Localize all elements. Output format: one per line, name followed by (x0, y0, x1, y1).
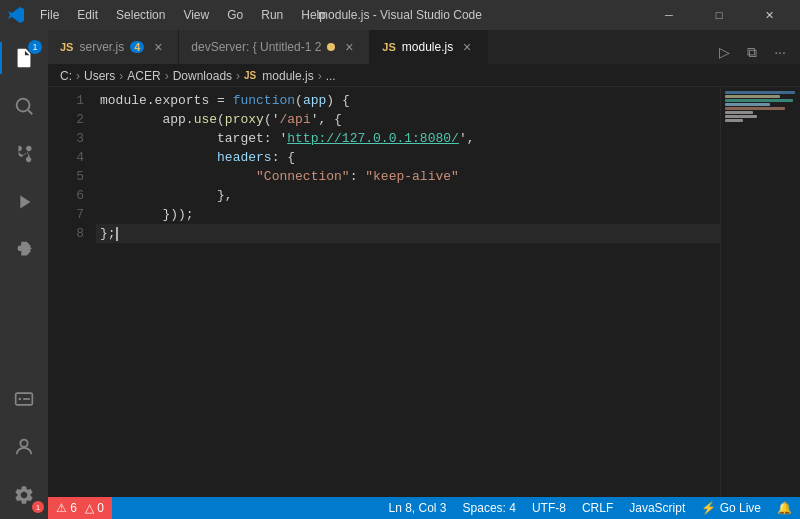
menu-file[interactable]: File (32, 6, 67, 24)
status-encoding[interactable]: UTF-8 (524, 497, 574, 519)
svg-point-3 (19, 398, 22, 401)
settings-icon (13, 484, 35, 506)
title-bar-title: module.js - Visual Studio Code (318, 8, 482, 22)
tab-bar: JS server.js 4 × devServer: { Untitled-1… (48, 30, 800, 65)
breadcrumb-c[interactable]: C: (60, 69, 72, 83)
tab-module-js[interactable]: JS module.js × (370, 30, 488, 64)
status-warnings-errors[interactable]: ⚠ 6 △ 0 (48, 497, 112, 519)
maximize-button[interactable]: □ (696, 0, 742, 30)
menu-selection[interactable]: Selection (108, 6, 173, 24)
minimap-line-3 (725, 99, 793, 102)
menu-edit[interactable]: Edit (69, 6, 106, 24)
code-line-8: }; (96, 224, 720, 243)
title-bar-left: File Edit Selection View Go Run Help (8, 6, 334, 24)
status-bar: ⚠ 6 △ 0 Ln 8, Col 3 Spaces: 4 UTF-8 CRLF… (48, 497, 800, 519)
search-icon (13, 95, 35, 117)
breadcrumb-acer[interactable]: ACER (127, 69, 160, 83)
minimap-line-5 (725, 107, 785, 110)
code-content[interactable]: module.exports = function(app) { app.use… (96, 87, 720, 497)
breadcrumb-downloads[interactable]: Downloads (173, 69, 232, 83)
activity-run-debug[interactable] (0, 178, 48, 226)
title-bar: File Edit Selection View Go Run Help mod… (0, 0, 800, 30)
breadcrumb-sep-4: › (236, 69, 240, 83)
tab-server-js-icon: JS (60, 41, 73, 53)
vscode-icon (8, 7, 24, 23)
activity-extensions[interactable] (0, 226, 48, 274)
code-line-1: module.exports = function(app) { (96, 91, 720, 110)
svg-line-1 (28, 110, 32, 114)
tab-devserver-label: devServer: { Untitled-1 2 (191, 40, 321, 54)
code-line-5: "Connection": "keep-alive" (96, 167, 720, 186)
status-line-ending[interactable]: CRLF (574, 497, 621, 519)
activity-remote[interactable] (0, 375, 48, 423)
go-live-button[interactable]: ⚡ Go Live (693, 497, 769, 519)
activity-bar-bottom: 1 (0, 375, 48, 519)
code-line-3: target: 'http://127.0.0.1:8080/', (96, 129, 720, 148)
breadcrumb-sep-3: › (165, 69, 169, 83)
settings-badge: 1 (32, 501, 44, 513)
text-cursor (116, 227, 118, 241)
tab-module-js-close[interactable]: × (459, 39, 475, 55)
activity-bar: 1 (0, 30, 48, 519)
minimap-line-1 (725, 91, 795, 94)
minimap-line-6 (725, 111, 753, 114)
breadcrumb-users[interactable]: Users (84, 69, 115, 83)
status-right: Ln 8, Col 3 Spaces: 4 UTF-8 CRLF JavaScr… (381, 497, 801, 519)
app-container: 1 (0, 30, 800, 519)
activity-explorer[interactable]: 1 (0, 34, 48, 82)
code-line-4: headers: { (96, 148, 720, 167)
breadcrumb-module-js[interactable]: module.js (262, 69, 313, 83)
status-warnings: ⚠ 6 (56, 501, 77, 515)
accounts-icon (13, 436, 35, 458)
tab-devserver-dirty-dot (327, 43, 335, 51)
activity-source-control[interactable] (0, 130, 48, 178)
status-language[interactable]: JavaScript (621, 497, 693, 519)
tab-module-js-label: module.js (402, 40, 453, 54)
explorer-badge: 1 (28, 40, 42, 54)
activity-accounts[interactable] (0, 423, 48, 471)
menu-run[interactable]: Run (253, 6, 291, 24)
breadcrumb-js-icon: JS (244, 70, 256, 81)
breadcrumb-sep-5: › (318, 69, 322, 83)
minimap (720, 87, 800, 497)
tab-bar-actions: ▷ ⧉ ··· (704, 40, 800, 64)
tab-server-js[interactable]: JS server.js 4 × (48, 30, 179, 64)
status-notifications[interactable]: 🔔 (769, 497, 800, 519)
minimize-button[interactable]: ─ (646, 0, 692, 30)
minimap-line-2 (725, 95, 780, 98)
breadcrumb-ellipsis[interactable]: ... (326, 69, 336, 83)
code-line-7: })); (96, 205, 720, 224)
minimap-content (721, 87, 800, 127)
activity-settings[interactable]: 1 (0, 471, 48, 519)
more-actions-button[interactable]: ··· (768, 40, 792, 64)
run-debug-icon (13, 191, 35, 213)
breadcrumb: C: › Users › ACER › Downloads › JS modul… (48, 65, 800, 87)
tab-devserver[interactable]: devServer: { Untitled-1 2 × (179, 30, 370, 64)
split-editor-button[interactable]: ⧉ (740, 40, 764, 64)
breadcrumb-sep-2: › (119, 69, 123, 83)
remote-icon (14, 389, 34, 409)
extensions-icon (13, 239, 35, 261)
tab-devserver-close[interactable]: × (341, 39, 357, 55)
svg-point-5 (20, 440, 27, 447)
menu-view[interactable]: View (175, 6, 217, 24)
minimap-line-7 (725, 115, 757, 118)
code-line-6: }, (96, 186, 720, 205)
breadcrumb-sep-1: › (76, 69, 80, 83)
code-editor[interactable]: 1 2 3 4 5 6 7 8 module.exports = functio… (48, 87, 800, 497)
status-errors: △ 0 (85, 501, 104, 515)
tab-server-js-close[interactable]: × (150, 39, 166, 55)
title-bar-menu: File Edit Selection View Go Run Help (32, 6, 334, 24)
run-button[interactable]: ▷ (712, 40, 736, 64)
minimap-line-4 (725, 103, 770, 106)
tab-server-js-label: server.js (79, 40, 124, 54)
line-numbers: 1 2 3 4 5 6 7 8 (48, 87, 96, 497)
activity-search[interactable] (0, 82, 48, 130)
status-left: ⚠ 6 △ 0 (48, 497, 112, 519)
status-line-col[interactable]: Ln 8, Col 3 (381, 497, 455, 519)
status-spaces[interactable]: Spaces: 4 (455, 497, 524, 519)
code-line-2: app.use(proxy('/api', { (96, 110, 720, 129)
title-bar-controls: ─ □ ✕ (646, 0, 792, 30)
close-button[interactable]: ✕ (746, 0, 792, 30)
menu-go[interactable]: Go (219, 6, 251, 24)
